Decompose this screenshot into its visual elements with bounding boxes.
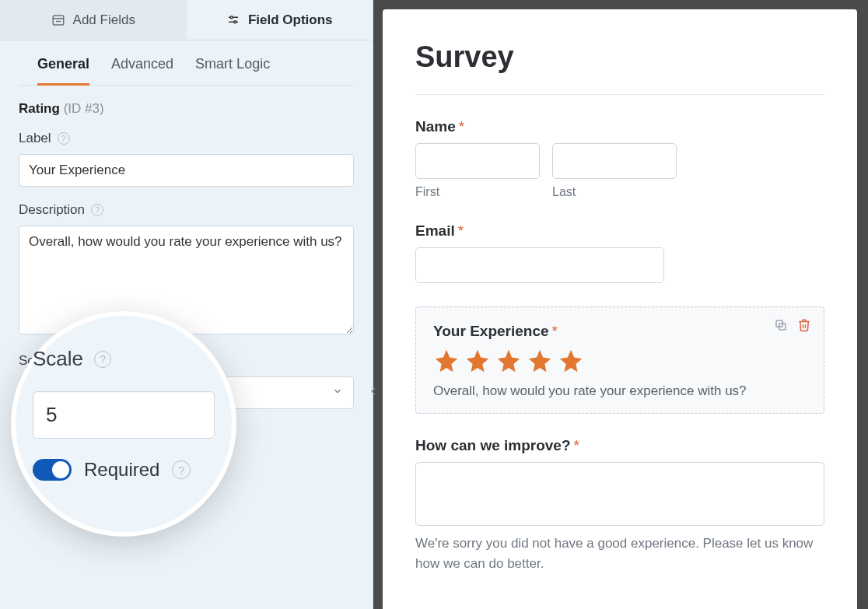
subtab-advanced[interactable]: Advanced <box>111 56 173 85</box>
sidebar-top-tabs: Add Fields Field Options <box>0 0 373 40</box>
last-name-input[interactable] <box>552 143 677 179</box>
group-label: Label ? <box>19 131 354 187</box>
lens-scale-select[interactable]: 5 <box>33 391 215 439</box>
preview-field-email[interactable]: Email* <box>415 222 824 283</box>
label-description: Description <box>19 202 85 218</box>
lens-scale-label: Scale <box>33 347 83 371</box>
subtab-general[interactable]: General <box>37 56 89 86</box>
form-icon <box>51 13 65 27</box>
star-icon[interactable] <box>527 348 553 377</box>
field-id: (ID #3) <box>64 101 104 116</box>
first-name-input[interactable] <box>415 143 540 179</box>
form-preview: Survey Name* First Last <box>383 9 857 609</box>
duplicate-icon[interactable] <box>774 318 788 335</box>
preview-field-rating-selected[interactable]: Your Experience* Overall, how would you … <box>415 306 824 414</box>
lens-required-toggle[interactable] <box>33 459 72 481</box>
label-label: Label <box>19 131 51 146</box>
group-description: Description ? Overall, how would you rat… <box>19 202 354 338</box>
preview-area: Survey Name* First Last <box>373 0 868 609</box>
tab-field-options[interactable]: Field Options <box>187 0 373 40</box>
last-name-sublabel: Last <box>552 185 677 199</box>
help-icon[interactable]: ? <box>91 204 103 216</box>
form-title: Survey <box>415 40 824 95</box>
email-label: Email <box>415 222 455 239</box>
zoom-lens: Scale ? 5 Required ? <box>11 311 236 537</box>
star-icon[interactable] <box>464 348 491 377</box>
help-icon[interactable]: ? <box>58 132 70 145</box>
svg-rect-0 <box>53 16 64 25</box>
field-header: Rating (ID #3) <box>19 101 354 117</box>
subtabs: General Advanced Smart Logic <box>19 40 354 86</box>
first-name-sublabel: First <box>415 185 540 199</box>
required-asterisk: * <box>574 437 579 453</box>
sliders-icon <box>226 13 240 27</box>
help-icon[interactable]: ? <box>94 351 111 368</box>
star-icon[interactable] <box>433 348 460 377</box>
rating-label: Your Experience <box>433 323 549 339</box>
tab-add-fields[interactable]: Add Fields <box>0 0 187 40</box>
required-asterisk: * <box>458 222 464 239</box>
lens-required-label: Required <box>84 459 159 481</box>
improve-textarea[interactable] <box>415 462 824 526</box>
star-icon[interactable] <box>495 348 522 377</box>
description-input[interactable]: Overall, how would you rate your experie… <box>19 226 354 334</box>
sidebar: Add Fields Field Options General Advance… <box>0 0 373 609</box>
preview-field-improve[interactable]: How can we improve?* We're sorry you did… <box>415 437 824 573</box>
help-icon[interactable]: ? <box>172 460 191 479</box>
trash-icon[interactable] <box>797 318 811 335</box>
label-input[interactable] <box>19 154 354 187</box>
svg-point-4 <box>230 16 233 18</box>
preview-field-name[interactable]: Name* First Last <box>415 118 824 199</box>
name-label: Name <box>415 118 456 135</box>
star-icon[interactable] <box>558 348 584 377</box>
subtab-smart-logic[interactable]: Smart Logic <box>195 56 270 85</box>
svg-point-6 <box>234 20 236 23</box>
required-asterisk: * <box>552 323 558 339</box>
tab-field-options-label: Field Options <box>248 12 333 28</box>
collapse-sidebar-button[interactable] <box>363 381 383 401</box>
email-input[interactable] <box>415 247 664 283</box>
field-type-name: Rating <box>19 101 60 116</box>
rating-description: Overall, how would you rate your experie… <box>433 383 807 399</box>
improve-label: How can we improve? <box>415 437 571 453</box>
star-rating[interactable] <box>433 348 807 377</box>
improve-description: We're sorry you did not have a good expe… <box>415 534 824 573</box>
required-asterisk: * <box>459 118 464 135</box>
tab-add-fields-label: Add Fields <box>73 12 135 28</box>
